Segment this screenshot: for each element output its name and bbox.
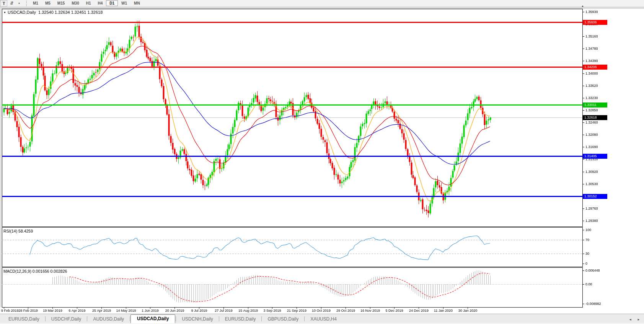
chart-title: ▼USDCAD,Daily 1.32540 1.32634 1.32451 1.… xyxy=(3,10,103,15)
tab-separator xyxy=(261,316,262,321)
chart-tab-usdchf-1[interactable]: USDCHF,Daily xyxy=(46,315,87,323)
timeframe-button-M30[interactable]: M30 xyxy=(68,0,82,6)
chart-tab-gbpusd-6[interactable]: GBPUSD,Daily xyxy=(262,315,304,323)
tab-separator xyxy=(304,316,305,321)
chart-tab-usdcad-3[interactable]: USDCAD,Daily xyxy=(130,314,175,323)
rsi-indicator-label: RSI(14) 58.4259 xyxy=(3,229,33,233)
chart-ohlc-values: 1.32540 1.32634 1.32451 1.32618 xyxy=(38,10,103,15)
timeframe-button-W1[interactable]: W1 xyxy=(118,0,130,6)
toolbar: T ⇵ ▼ M1M5M15M30H1H4D1W1MN xyxy=(0,0,644,7)
tab-scroll-right-icon[interactable]: ► xyxy=(637,318,640,321)
scroll-up-icon[interactable]: ▲ xyxy=(581,5,584,7)
chart-tab-bar: EURUSD,DailyUSDCHF,DailyAUDUSD,DailyUSDC… xyxy=(0,314,644,324)
macd-indicator-label: MACD(12,26,9) 0.001656 0.002826 xyxy=(3,269,67,274)
price-chart-canvas[interactable] xyxy=(0,0,644,324)
chart-tab-usdcnh-4[interactable]: USDCNH,Daily xyxy=(176,315,218,323)
window-splitter-band xyxy=(0,7,644,9)
timeframe-button-M1[interactable]: M1 xyxy=(29,0,42,6)
tab-separator xyxy=(130,316,130,321)
text-tool-icon: T xyxy=(3,1,5,6)
arrange-dropdown-button[interactable]: ▼ xyxy=(16,0,23,7)
tab-separator xyxy=(176,316,176,321)
timeframe-button-MN[interactable]: MN xyxy=(130,0,143,6)
timeframe-button-M15[interactable]: M15 xyxy=(54,0,68,6)
tab-separator xyxy=(45,316,46,321)
arrange-icon: ⇵ xyxy=(10,1,13,6)
timeframe-button-M5[interactable]: M5 xyxy=(42,0,54,6)
chart-tab-eurusd-0[interactable]: EURUSD,Daily xyxy=(3,315,45,323)
tab-separator xyxy=(219,316,219,321)
tab-scroll-arrows: ◄ ► xyxy=(629,318,640,321)
chart-tab-audusd-2[interactable]: AUDUSD,Daily xyxy=(88,315,129,323)
timeframe-button-D1[interactable]: D1 xyxy=(106,0,118,6)
caret-down-icon: ▼ xyxy=(18,2,20,5)
chart-symbol-label: USDCAD,Daily xyxy=(8,10,36,15)
tab-scroll-left-icon[interactable]: ◄ xyxy=(629,318,632,321)
tab-strip: EURUSD,DailyUSDCHF,DailyAUDUSD,DailyUSDC… xyxy=(3,314,342,323)
timeframe-button-H1[interactable]: H1 xyxy=(83,0,95,6)
arrange-windows-button[interactable]: ⇵ xyxy=(8,0,15,7)
chart-tab-eurusd-5[interactable]: EURUSD,Daily xyxy=(220,315,261,323)
text-tool-button[interactable]: T xyxy=(0,0,7,7)
timeframe-button-group: M1M5M15M30H1H4D1W1MN xyxy=(29,0,143,6)
toolbar-grip[interactable] xyxy=(26,1,28,6)
timeframe-button-H4[interactable]: H4 xyxy=(95,0,106,6)
chart-tab-xauusd-7[interactable]: XAUUSD,H4 xyxy=(305,315,342,323)
chart-dropdown-icon[interactable]: ▼ xyxy=(3,11,6,14)
tab-separator xyxy=(87,316,87,321)
